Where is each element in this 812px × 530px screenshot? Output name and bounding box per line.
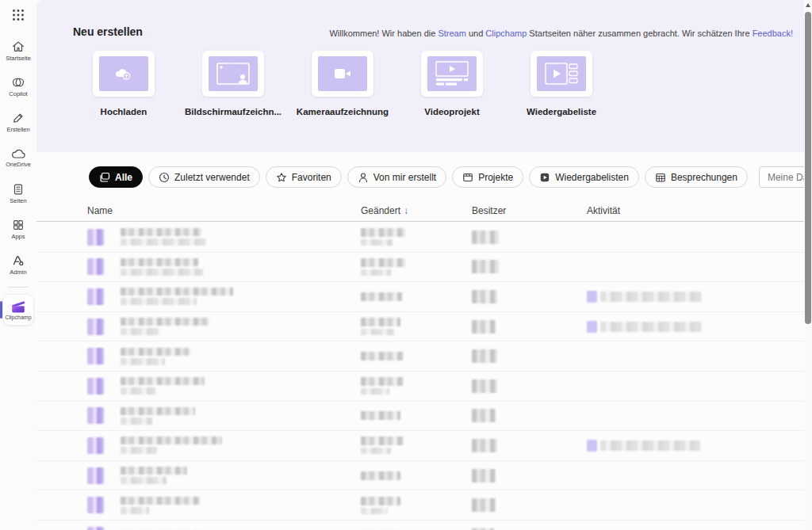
owner-cell — [472, 409, 587, 422]
table-row[interactable] — [36, 223, 804, 253]
table-header: Name Geändert ↓ Besitzer Aktivität — [36, 200, 804, 222]
chip-label: Favoriten — [292, 172, 331, 183]
sidebar-item-apps[interactable]: Apps — [0, 214, 36, 244]
collections-icon — [99, 172, 110, 183]
chip-alle[interactable]: Alle — [89, 166, 143, 188]
activity-cell — [587, 440, 804, 452]
chip-label: Zuletzt verwendet — [174, 172, 250, 183]
owner-cell — [472, 260, 587, 273]
video-thumbnail — [87, 288, 104, 305]
chip-projekte[interactable]: Projekte — [452, 166, 523, 188]
filter-chips-row: Alle Zuletzt verwendet Favoriten Von mir… — [89, 166, 804, 188]
column-header-geaendert[interactable]: Geändert ↓ — [361, 205, 472, 216]
chip-von-mir-erstellt[interactable]: Von mir erstellt — [347, 166, 446, 188]
sidebar-item-startseite[interactable]: Startseite — [0, 36, 36, 66]
owner-cell — [472, 469, 587, 482]
sidebar-item-copilot[interactable]: Copilot — [0, 71, 36, 101]
video-thumbnail — [87, 467, 104, 484]
calendar-icon — [655, 172, 666, 183]
card-videoprojekt[interactable]: Videoprojekt — [397, 51, 507, 116]
column-header-besitzer[interactable]: Besitzer — [472, 205, 587, 216]
welcome-text: Willkommen! Wir haben die — [329, 29, 438, 38]
chip-favoriten[interactable]: Favoriten — [266, 166, 342, 188]
sidebar-item-seiten[interactable]: Seiten — [0, 178, 36, 208]
chip-label: Von mir erstellt — [373, 172, 436, 183]
sidebar-item-clipchamp[interactable]: Clipchamp — [2, 294, 34, 326]
column-header-name[interactable]: Name — [87, 205, 361, 216]
project-icon — [462, 172, 473, 183]
waffle-icon — [12, 9, 25, 21]
video-thumbnail — [87, 318, 104, 335]
star-icon — [276, 172, 287, 183]
scroll-up-button[interactable] — [806, 3, 810, 7]
sidebar-item-admin[interactable]: Admin — [0, 250, 36, 280]
welcome-text: und — [466, 29, 485, 38]
sidebar-item-label: Copilot — [9, 91, 27, 97]
screen-record-icon — [215, 61, 251, 86]
scrollbar-thumb[interactable] — [805, 12, 811, 324]
table-row[interactable] — [36, 402, 804, 432]
video-project-icon — [434, 60, 470, 87]
video-thumbnail — [87, 229, 104, 246]
chip-zuletzt-verwendet[interactable]: Zuletzt verwendet — [148, 166, 260, 188]
sidebar-item-erstellen[interactable]: Erstellen — [0, 107, 36, 137]
clipchamp-link[interactable]: Clipchamp — [485, 29, 527, 38]
sidebar-item-label: OneDrive — [6, 162, 31, 168]
table-body — [36, 223, 804, 530]
table-row[interactable] — [36, 490, 804, 520]
modified-cell — [361, 352, 472, 360]
chip-besprechungen[interactable]: Besprechungen — [645, 166, 748, 188]
sidebar-item-onedrive[interactable]: OneDrive — [0, 143, 36, 173]
video-thumbnail — [87, 407, 104, 424]
name-cell — [87, 348, 361, 365]
modified-cell — [361, 377, 472, 395]
table-row[interactable] — [36, 312, 804, 342]
feedback-link[interactable]: Feedback! — [753, 29, 793, 38]
card-label: Kameraaufzeichnung — [297, 107, 389, 116]
card-bildschirmaufzeichnung[interactable]: Bildschirmaufzeichn... — [178, 51, 288, 116]
sidebar-item-label: Startseite — [6, 55, 31, 62]
name-cell — [87, 258, 361, 276]
admin-icon — [11, 254, 25, 268]
chip-label: Alle — [115, 172, 132, 183]
table-row[interactable] — [36, 372, 804, 402]
chip-wiedergabelisten[interactable]: Wiedergabelisten — [529, 166, 639, 188]
stream-link[interactable]: Stream — [438, 29, 465, 38]
table-row[interactable] — [36, 461, 804, 491]
camera-icon — [333, 67, 352, 80]
welcome-message: Willkommen! Wir haben die Stream und Cli… — [329, 29, 793, 38]
owner-cell — [472, 349, 587, 363]
card-kameraaufzeichnung[interactable]: Kameraaufzeichnung — [288, 51, 397, 116]
card-label: Wiedergabeliste — [527, 107, 596, 116]
welcome-text: Startseiten näher zusammen gebracht. Wir… — [527, 29, 752, 38]
modified-cell — [361, 471, 472, 480]
table-row[interactable] — [36, 253, 804, 283]
name-cell — [87, 497, 361, 514]
page-title: Neu erstellen — [73, 25, 143, 38]
activity-icon — [587, 291, 597, 303]
app-launcher-button[interactable] — [12, 9, 25, 25]
sidebar-item-label: Apps — [11, 234, 25, 240]
clipchamp-icon — [10, 300, 26, 314]
activity-cell — [587, 321, 804, 333]
person-icon — [358, 172, 369, 183]
table-row[interactable] — [36, 520, 804, 530]
column-header-aktivitaet[interactable]: Aktivität — [587, 205, 804, 216]
modified-cell — [361, 497, 472, 514]
name-cell — [87, 228, 361, 246]
table-row[interactable] — [36, 341, 804, 372]
modified-cell — [361, 292, 472, 301]
video-thumbnail — [87, 258, 104, 275]
table-row[interactable] — [36, 431, 804, 461]
vertical-scrollbar[interactable] — [804, 0, 812, 530]
name-cell — [87, 467, 361, 484]
app-rail: Startseite Copilot Erstellen OneDrive Se… — [0, 0, 36, 530]
video-thumbnail — [87, 527, 104, 530]
card-hochladen[interactable]: Hochladen — [69, 51, 178, 116]
card-wiedergabeliste[interactable]: Wiedergabeliste — [507, 51, 616, 116]
table-row[interactable] — [36, 282, 804, 312]
sidebar-item-label: Admin — [10, 269, 26, 276]
pages-icon — [11, 182, 25, 196]
modified-cell — [361, 228, 472, 246]
owner-cell — [472, 498, 587, 512]
